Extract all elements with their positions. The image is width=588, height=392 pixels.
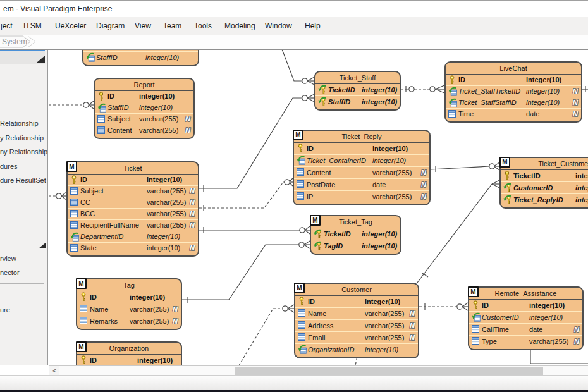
menu-itsm[interactable]: ITSM — [23, 21, 42, 30]
column-row[interactable]: BCCvarchar(255)N — [68, 208, 198, 219]
column-row[interactable]: Stateinteger(10)N — [68, 242, 198, 254]
column-row[interactable]: IDinteger(10) — [77, 355, 181, 366]
connector-customer-remote[interactable] — [419, 303, 468, 310]
connector-tag-tickettag[interactable] — [182, 241, 310, 303]
column-row[interactable]: Ticket_StaffStaffIDinteger(10)N — [446, 97, 581, 108]
column-row[interactable]: Contentvarchar(255)N — [95, 125, 193, 136]
key-icon — [79, 292, 89, 302]
column-name: PostDate — [307, 179, 335, 190]
scroll-left-button[interactable]: < — [49, 366, 59, 375]
menu-view[interactable]: View — [135, 21, 151, 30]
column-type: varchar(255) — [529, 336, 568, 347]
column-row[interactable]: IDinteger(10) — [469, 300, 582, 311]
entity-table-remote-assistance[interactable]: MRemote_AssistanceIDinteger(10)CustomerI… — [468, 286, 584, 350]
connector-ticket-ticketreply[interactable] — [199, 178, 293, 211]
palette-item-dures[interactable]: dures — [0, 162, 18, 170]
column-row[interactable]: CallTimedateN — [469, 323, 582, 335]
menu-ject[interactable]: ject — [1, 21, 13, 30]
palette-item-dure-resultset[interactable]: dure ResultSet — [0, 176, 46, 184]
connector-livechat-right[interactable] — [582, 86, 588, 92]
column-row[interactable]: StaffIDinteger(10) — [95, 102, 193, 113]
column-row[interactable]: CCvarchar(255)N — [68, 197, 198, 208]
menu-help[interactable]: Help — [305, 21, 321, 30]
column-row[interactable]: IDinteger(10) — [294, 143, 429, 154]
column-name: ID — [307, 143, 314, 154]
column-row[interactable]: Emailvarchar(255)N — [295, 331, 418, 343]
column-row[interactable]: IDinteger(10) — [77, 291, 181, 303]
column-row[interactable]: TicketIDinteger(10) — [501, 170, 588, 181]
entity-table-customer[interactable]: MCustomerIDinteger(10)Namevarchar(255)NA… — [294, 283, 419, 358]
column-row[interactable]: IDinteger(10) — [68, 175, 198, 185]
entity-table-ticket[interactable]: MTicketIDinteger(10)Subjectvarchar(255)N… — [66, 161, 199, 257]
column-row[interactable]: Typevarchar(255)N — [469, 335, 582, 347]
menu-modeling[interactable]: Modeling — [224, 21, 255, 30]
column-row[interactable]: Contentvarchar(255)N — [294, 166, 429, 178]
column-row[interactable]: RecipientFullNamevarchar(255)N — [68, 219, 198, 231]
column-row[interactable]: Addressvarchar(255)N — [295, 319, 418, 331]
menu-window[interactable]: Window — [265, 21, 292, 30]
entity-table-ticket-tag[interactable]: MTicket_TagTicketIDinteger(10)TagIDinteg… — [310, 215, 401, 255]
entity-table-livechat[interactable]: LiveChatIDinteger(10)Ticket_StaffTicketI… — [444, 61, 582, 123]
column-row[interactable]: CustomerIDinteger(10) — [469, 311, 582, 323]
column-row[interactable]: StaffIDinteger(10) — [315, 95, 400, 107]
column-row[interactable]: Ticket_ContainerIDinteger(10) — [294, 154, 429, 166]
horizontal-scrollbar[interactable]: < — [49, 365, 588, 376]
fk-column-icon — [471, 312, 481, 322]
table-title: Ticket_Tag — [311, 216, 400, 228]
minimize-button[interactable]: – — [571, 2, 576, 12]
entity-table-tag[interactable]: MTagIDinteger(10)Namevarchar(255)NRemark… — [76, 278, 182, 330]
connector-staff-ticketstaff[interactable] — [280, 44, 314, 85]
column-row[interactable]: StaffIDinteger(10) — [83, 51, 198, 63]
connector-ticket-left[interactable] — [49, 192, 66, 200]
column-row[interactable]: TimedateN — [446, 108, 581, 119]
entity-table-report[interactable]: ReportIDinteger(10)StaffIDinteger(10)Sub… — [94, 78, 195, 139]
entity-table-ticket-staff[interactable]: Ticket_StaffTicketIDinteger(10)StaffIDin… — [314, 71, 401, 111]
nullable-icon: N — [573, 97, 578, 108]
palette-item-nector[interactable]: nector — [0, 269, 20, 276]
column-row[interactable]: TicketIDinteger(10) — [315, 84, 400, 95]
column-type: integer(10) — [139, 91, 175, 102]
column-row[interactable]: Remarksvarchar(255)N — [77, 315, 181, 327]
column-type: varchar(255) — [372, 167, 412, 178]
column-row[interactable]: Namevarchar(255)N — [77, 303, 181, 315]
entity-table-ticket-reply[interactable]: MTicket_ReplyIDinteger(10)Ticket_Contain… — [293, 130, 431, 205]
palette-item-ny-relationship[interactable]: ny Relationship — [0, 148, 47, 156]
menu-uexceler[interactable]: UeXceler — [55, 21, 86, 30]
column-row[interactable]: Subjectvarchar(255)N — [95, 113, 193, 125]
column-row[interactable]: CustomerIDinteger(10) — [501, 181, 588, 193]
column-row[interactable]: Ticket_StaffTicketIDinteger(10)N — [446, 85, 581, 97]
connector-organization-customer[interactable] — [239, 305, 294, 365]
menu-diagram[interactable]: Diagram — [96, 21, 125, 30]
palette-corner-triangle-icon[interactable] — [37, 56, 45, 63]
column-row[interactable]: TagIDinteger(10) — [311, 240, 400, 252]
connector-ticket-tickettag[interactable] — [199, 226, 310, 234]
scrollbar-thumb[interactable] — [235, 367, 543, 375]
palette-item-rview[interactable]: rview — [0, 255, 16, 262]
column-row[interactable]: IDinteger(10) — [446, 75, 581, 85]
column-row[interactable]: OrganizationIDinteger(10) — [295, 343, 418, 355]
connector-report-left[interactable] — [49, 101, 94, 109]
connector-ticketreply-ticketcustomer[interactable] — [431, 162, 499, 172]
menu-tools[interactable]: Tools — [194, 21, 212, 30]
palette-item-y-relationship[interactable]: y Relationship — [0, 134, 44, 142]
column-row[interactable]: TicketIDinteger(10) — [311, 228, 400, 240]
column-row[interactable]: PostDatedateN — [294, 178, 429, 190]
connector-ticketstaff-livechat[interactable] — [401, 85, 444, 93]
column-row[interactable]: IPvarchar(255)N — [294, 190, 429, 202]
column-row[interactable]: IDinteger(10) — [295, 296, 418, 307]
key-icon — [296, 144, 305, 153]
column-row[interactable]: IDinteger(10) — [95, 91, 193, 102]
diagram-canvas[interactable]: StaffIDinteger(10)ReportIDinteger(10)Sta… — [0, 0, 588, 392]
breadcrumb[interactable]: System — [2, 37, 27, 46]
column-row[interactable]: Subjectvarchar(255)N — [68, 185, 198, 197]
palette-corner-triangle-icon[interactable] — [39, 243, 46, 248]
column-name: TicketID — [328, 84, 355, 95]
column-row[interactable]: Ticket_ReplyIDinteger(10) — [501, 193, 588, 205]
column-row[interactable]: DepartmentIDinteger(10) — [68, 231, 198, 242]
entity-table-ticket-customer[interactable]: MTicket_CustomerTicketIDinteger(10)Custo… — [499, 157, 588, 209]
palette-item-relationship[interactable]: Relationship — [0, 119, 39, 127]
menu-team[interactable]: Team — [163, 21, 181, 30]
column-row[interactable]: Namevarchar(255)N — [295, 307, 418, 319]
palette-item-ure[interactable]: ure — [0, 306, 10, 314]
column-name: Time — [458, 109, 474, 119]
